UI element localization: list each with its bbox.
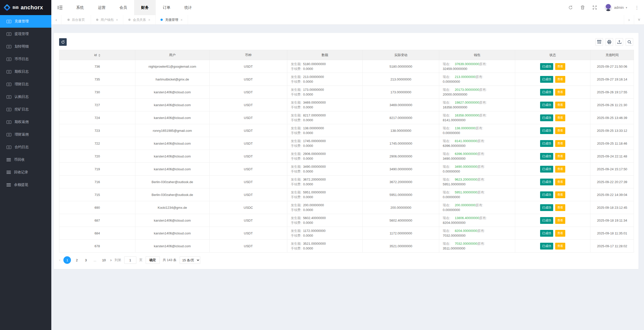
view-button[interactable]: 查看 <box>555 217 565 224</box>
tabs-scroll-right-icon[interactable]: › <box>624 15 634 24</box>
sort-icon[interactable] <box>98 54 100 57</box>
amount-cell: 发生额:5602.40000000 手续费:0.0000 <box>287 214 363 227</box>
page-button[interactable]: 2 <box>73 256 80 264</box>
status-cell: 已成功查看 <box>515 227 590 240</box>
user-cell: karsten1406@icloud.com <box>135 240 210 253</box>
fullscreen-icon[interactable] <box>592 5 597 10</box>
search-icon[interactable] <box>626 38 633 46</box>
sidebar-item[interactable]: 合约日志 <box>0 141 51 153</box>
page-button[interactable]: 10 <box>101 256 107 264</box>
tab-close-icon[interactable]: × <box>148 18 150 22</box>
sidebar-item[interactable]: 理财日志 <box>0 78 51 91</box>
view-button[interactable]: 查看 <box>555 204 565 211</box>
view-button[interactable]: 查看 <box>555 153 565 160</box>
top-nav-item[interactable]: 运营 <box>91 0 112 15</box>
sidebar-item[interactable]: 期权日志 <box>0 65 51 78</box>
sidebar-item[interactable]: 理财返佣 <box>0 128 51 141</box>
user-menu[interactable]: admin ▾ <box>605 4 627 11</box>
top-nav-item[interactable]: 财务 <box>134 0 156 15</box>
view-button[interactable]: 查看 <box>555 166 565 173</box>
top-nav-item[interactable]: 订单 <box>156 0 177 15</box>
wallet-cell: 现在:19827.00000000原有: 16358.00000000 <box>439 99 515 111</box>
tab[interactable]: 后台首页 × <box>61 15 91 24</box>
sidebar-item[interactable]: 划转明细 <box>0 40 51 53</box>
tab-close-icon[interactable]: × <box>180 18 182 22</box>
username: admin <box>614 6 624 10</box>
top-nav-item[interactable]: 统计 <box>177 0 199 15</box>
tab-dot-icon <box>67 19 70 21</box>
sidebar-item[interactable]: 期权返佣 <box>0 116 51 128</box>
page-button[interactable]: 3 <box>83 256 89 264</box>
status-cell: 已成功查看 <box>515 163 590 176</box>
view-button[interactable]: 查看 <box>555 127 565 134</box>
jump-page-input[interactable] <box>124 256 136 264</box>
sidebar-item[interactable]: 挖矿日志 <box>0 103 51 116</box>
prev-page-icon[interactable]: ‹ <box>59 258 60 262</box>
column-header[interactable]: 数额 <box>287 50 363 60</box>
sidebar-item[interactable]: 币币日志 <box>0 53 51 65</box>
jump-suffix-label: 页 <box>139 258 143 262</box>
columns-filter-icon[interactable] <box>595 38 603 46</box>
tab[interactable]: 用户钱包 × <box>91 15 123 24</box>
column-header[interactable]: id <box>59 50 135 60</box>
more-menu-icon[interactable]: ⋮ <box>635 5 639 10</box>
view-button[interactable]: 查看 <box>555 89 565 96</box>
user-cell: hartmutbickel@gmx.de <box>135 73 210 86</box>
tab[interactable]: 会员关系 × <box>123 15 155 24</box>
sidebar-item-label: 合约日志 <box>15 145 29 149</box>
column-header[interactable]: 钱包 <box>439 50 515 60</box>
column-header[interactable]: 实际变动 <box>363 50 439 60</box>
view-button[interactable]: 查看 <box>555 191 565 198</box>
page-size-select[interactable]: 15 条/页 <box>180 256 200 264</box>
tab[interactable]: 充值管理 × <box>155 15 188 24</box>
page-button: ... <box>92 256 98 264</box>
header-actions: admin ▾ ⋮ <box>568 0 644 15</box>
table-row: 722 karsten1406@icloud.com USDT 发生额:1745… <box>59 137 634 150</box>
sidebar-item[interactable]: 余额提现 <box>0 179 51 191</box>
refresh-icon[interactable] <box>568 5 573 10</box>
top-nav: 系统 运营 会员 财务 订单 统计 <box>69 0 199 15</box>
confirm-button[interactable]: 确定 <box>146 256 160 264</box>
status-badge: 已成功 <box>540 230 553 237</box>
sidebar-item-label: 提现管理 <box>15 32 29 36</box>
table-header-row: id 用户 币种 数额 <box>59 50 634 60</box>
id-cell: 735 <box>59 73 135 86</box>
sidebar-item[interactable]: 币回收 <box>0 153 51 166</box>
column-header[interactable]: 用户 <box>135 50 210 60</box>
tab-close-icon[interactable]: × <box>116 18 118 22</box>
view-button[interactable]: 查看 <box>555 63 565 70</box>
collapse-sidebar-icon[interactable] <box>51 0 69 15</box>
sidebar-item[interactable]: 提现管理 <box>0 28 51 40</box>
view-button[interactable]: 查看 <box>555 114 565 121</box>
status-cell: 已成功查看 <box>515 124 590 137</box>
status-badge: 已成功 <box>540 76 553 83</box>
wallet-cell: 现在:8204.00000000原有: 7032.00000000 <box>439 227 515 240</box>
sidebar-item[interactable]: 认购日志 <box>0 91 51 103</box>
export-icon[interactable] <box>616 38 623 46</box>
view-button[interactable]: 查看 <box>555 140 565 147</box>
next-page-icon[interactable]: › <box>110 258 111 262</box>
top-nav-item[interactable]: 系统 <box>69 0 91 15</box>
sidebar-item[interactable]: 充值管理 <box>0 15 51 28</box>
trash-icon[interactable] <box>580 5 585 10</box>
id-cell: 716 <box>59 176 135 188</box>
view-button[interactable]: 查看 <box>555 102 565 108</box>
page-button[interactable]: 1 <box>63 256 71 264</box>
top-nav-item[interactable]: 会员 <box>112 0 134 15</box>
actual-change-cell: 200.00000000 <box>363 201 439 214</box>
view-button[interactable]: 查看 <box>555 179 565 185</box>
status-cell: 已成功查看 <box>515 99 590 111</box>
tabs-scroll-left-icon[interactable]: ‹ <box>51 15 61 24</box>
table-refresh-button[interactable] <box>59 38 67 46</box>
view-button[interactable]: 查看 <box>555 230 565 237</box>
actual-change-cell: 138.00000000 <box>363 124 439 137</box>
tabs-more-icon[interactable]: ˅ <box>634 15 644 24</box>
column-header[interactable]: 充值时间 <box>590 50 634 60</box>
view-button[interactable]: 查看 <box>555 243 565 250</box>
column-header[interactable]: 币种 <box>210 50 287 60</box>
print-icon[interactable] <box>606 38 613 46</box>
avatar[interactable] <box>605 4 612 11</box>
sidebar-item[interactable]: 回收记录 <box>0 166 51 179</box>
column-header[interactable]: 状态 <box>515 50 590 60</box>
view-button[interactable]: 查看 <box>555 76 565 83</box>
